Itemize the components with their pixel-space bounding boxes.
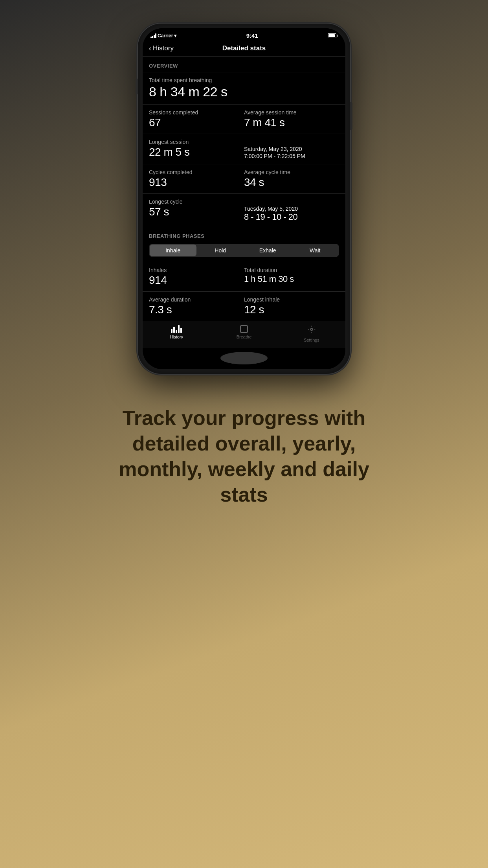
cycles-cell: Cycles completed 913 xyxy=(149,169,244,189)
inhales-value: 914 xyxy=(149,274,241,287)
cycles-row: Cycles completed 913 Average cycle time … xyxy=(143,164,345,193)
breathing-phases-section: BREATHING PHASES Inhale Hold Exhale Wait xyxy=(143,227,345,262)
page-title: Detailed stats xyxy=(222,44,266,52)
longest-inhale-label: Longest inhale xyxy=(244,296,336,303)
longest-session-row: Longest session 22 m 5 s Saturday, May 2… xyxy=(143,134,345,164)
inhales-label: Inhales xyxy=(149,267,241,273)
longest-session-date-placeholder xyxy=(244,139,336,145)
longest-session-date-time: 7:00:00 PM - 7:22:05 PM xyxy=(244,153,336,159)
total-duration-value: 1 h 51 m 30 s xyxy=(244,274,336,284)
svg-point-0 xyxy=(310,328,313,331)
signal-bar-2 xyxy=(152,36,153,38)
promo-text: Track your progress with detailed overal… xyxy=(99,405,389,508)
tab-breathe[interactable]: Breathe xyxy=(228,325,260,342)
signal-bar-3 xyxy=(154,35,155,38)
total-time-value: 8 h 34 m 22 s xyxy=(149,84,339,99)
signal-bar-1 xyxy=(150,37,152,38)
status-left: Carrier ▾ xyxy=(150,33,176,39)
avg-cycle-value: 34 s xyxy=(244,176,336,189)
chevron-left-icon: ‹ xyxy=(149,44,151,53)
tab-bar: History Breathe Settings xyxy=(143,321,345,348)
longest-cycle-phases: 8 - 19 - 10 - 20 xyxy=(244,212,336,222)
longest-cycle-value: 57 s xyxy=(149,206,241,218)
battery-body xyxy=(328,33,336,38)
avg-duration-value: 7.3 s xyxy=(149,303,241,316)
avg-cycle-cell: Average cycle time 34 s xyxy=(244,169,339,189)
status-time: 9:41 xyxy=(246,32,258,39)
phase-tabs: Inhale Hold Exhale Wait xyxy=(149,244,339,257)
back-button[interactable]: ‹ History xyxy=(149,44,174,53)
nav-bar: ‹ History Detailed stats xyxy=(143,41,345,57)
avg-duration-label: Average duration xyxy=(149,296,241,303)
tab-settings[interactable]: Settings xyxy=(296,325,327,342)
longest-cycle-cell: Longest cycle 57 s xyxy=(149,199,244,222)
settings-tab-label: Settings xyxy=(304,338,319,342)
avg-session-label: Average session time xyxy=(244,109,336,116)
tab-inhale[interactable]: Inhale xyxy=(150,245,196,256)
total-duration-label: Total duration xyxy=(244,267,336,273)
sessions-row: Sessions completed 67 Average session ti… xyxy=(143,104,345,134)
longest-cycle-date-placeholder xyxy=(244,199,336,205)
status-right xyxy=(328,33,338,38)
avg-session-value: 7 m 41 s xyxy=(244,116,336,129)
longest-cycle-date-day: Tuesday, May 5, 2020 xyxy=(244,206,336,212)
avg-duration-cell: Average duration 7.3 s xyxy=(149,296,244,316)
signal-bars xyxy=(150,33,156,38)
breathe-tab-icon xyxy=(240,325,248,333)
avg-session-cell: Average session time 7 m 41 s xyxy=(244,109,339,129)
phone-shell: Carrier ▾ 9:41 ‹ History Detailed stats xyxy=(138,24,350,374)
longest-session-date-cell: Saturday, May 23, 2020 7:00:00 PM - 7:22… xyxy=(244,139,339,159)
back-label: History xyxy=(153,44,174,52)
longest-session-label: Longest session xyxy=(149,139,241,145)
sessions-label: Sessions completed xyxy=(149,109,241,116)
battery-tip xyxy=(337,35,338,37)
total-duration-cell: Total duration 1 h 51 m 30 s xyxy=(244,267,339,287)
total-time-row: Total time spent breathing 8 h 34 m 22 s xyxy=(143,72,345,104)
longest-cycle-row: Longest cycle 57 s Tuesday, May 5, 2020 … xyxy=(143,193,345,227)
longest-inhale-value: 12 s xyxy=(244,303,336,316)
breathe-tab-label: Breathe xyxy=(237,335,252,339)
content-area: OVERVIEW Total time spent breathing 8 h … xyxy=(143,57,345,321)
avg-cycle-label: Average cycle time xyxy=(244,169,336,175)
settings-tab-icon xyxy=(307,325,316,336)
longest-session-cell: Longest session 22 m 5 s xyxy=(149,139,244,159)
status-bar: Carrier ▾ 9:41 xyxy=(143,28,345,41)
phone-screen: Carrier ▾ 9:41 ‹ History Detailed stats xyxy=(143,28,345,369)
inhales-row: Inhales 914 Total duration 1 h 51 m 30 s xyxy=(143,262,345,291)
cycles-value: 913 xyxy=(149,176,241,189)
cycles-label: Cycles completed xyxy=(149,169,241,175)
carrier-label: Carrier xyxy=(158,33,173,39)
history-tab-label: History xyxy=(170,335,183,339)
avg-duration-row: Average duration 7.3 s Longest inhale 12… xyxy=(143,291,345,321)
battery-fill xyxy=(328,34,335,37)
wifi-icon: ▾ xyxy=(174,33,176,39)
home-bar xyxy=(220,352,268,364)
longest-session-value: 22 m 5 s xyxy=(149,146,241,158)
sessions-cell: Sessions completed 67 xyxy=(149,109,244,129)
tab-history[interactable]: History xyxy=(161,325,192,342)
signal-bar-4 xyxy=(155,33,156,38)
longest-cycle-date-cell: Tuesday, May 5, 2020 8 - 19 - 10 - 20 xyxy=(244,199,339,222)
phases-section-header: BREATHING PHASES xyxy=(149,233,339,239)
battery-icon xyxy=(328,33,338,38)
inhales-cell: Inhales 914 xyxy=(149,267,244,287)
sessions-value: 67 xyxy=(149,116,241,129)
tab-exhale[interactable]: Exhale xyxy=(244,245,291,256)
longest-session-date-day: Saturday, May 23, 2020 xyxy=(244,146,336,152)
home-indicator xyxy=(143,348,345,369)
overview-section-header: OVERVIEW xyxy=(143,57,345,72)
tab-hold[interactable]: Hold xyxy=(197,245,244,256)
history-tab-icon xyxy=(171,325,182,333)
tab-wait[interactable]: Wait xyxy=(292,245,339,256)
total-time-label: Total time spent breathing xyxy=(149,77,339,83)
promo-section: Track your progress with detailed overal… xyxy=(0,374,488,539)
longest-cycle-label: Longest cycle xyxy=(149,199,241,205)
longest-inhale-cell: Longest inhale 12 s xyxy=(244,296,339,316)
